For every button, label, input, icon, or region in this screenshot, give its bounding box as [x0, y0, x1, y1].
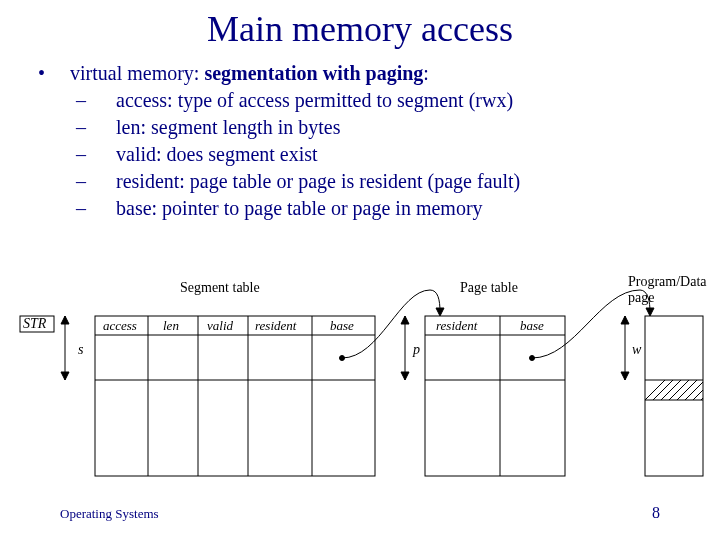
bullet-dot-icon: •: [54, 60, 70, 87]
svg-line-30: [648, 380, 673, 405]
bullet-list: •virtual memory: segmentation with pagin…: [0, 50, 720, 222]
svg-line-31: [656, 380, 681, 405]
svg-marker-2: [61, 316, 69, 324]
dash-icon: –: [96, 195, 116, 222]
term: resident: [116, 170, 179, 192]
desc: : type of access permitted to segment (r…: [167, 89, 513, 111]
svg-marker-14: [401, 316, 409, 324]
svg-line-35: [688, 380, 713, 405]
col-len: len: [163, 318, 179, 334]
term: len: [116, 116, 140, 138]
dash-icon: –: [96, 114, 116, 141]
dash-icon: –: [96, 168, 116, 195]
svg-line-33: [672, 380, 697, 405]
svg-rect-25: [645, 316, 703, 476]
svg-line-32: [664, 380, 689, 405]
svg-marker-3: [61, 372, 69, 380]
svg-line-34: [680, 380, 705, 405]
segment-table-title: Segment table: [180, 280, 260, 296]
svg-marker-23: [621, 316, 629, 324]
list-item: –access: type of access permitted to seg…: [40, 87, 720, 114]
term: base: [116, 197, 152, 219]
col-access: access: [103, 318, 137, 334]
term: valid: [116, 143, 156, 165]
bullet-main-tail: :: [423, 62, 429, 84]
bullet-main: •virtual memory: segmentation with pagin…: [40, 60, 720, 87]
footer-left: Operating Systems: [60, 506, 159, 522]
svg-rect-4: [95, 316, 375, 476]
svg-marker-24: [621, 372, 629, 380]
col-base: base: [330, 318, 354, 334]
svg-rect-16: [425, 316, 565, 476]
pg-col-base: base: [520, 318, 544, 334]
w-label: w: [632, 342, 641, 358]
list-item: –valid: does segment exist: [40, 141, 720, 168]
term: access: [116, 89, 167, 111]
diagram-svg: [0, 260, 720, 490]
bullet-main-bold: segmentation with paging: [204, 62, 423, 84]
page-title: Main memory access: [0, 0, 720, 50]
pg-col-resident: resident: [436, 318, 477, 334]
str-label: STR: [23, 316, 46, 332]
program-data-title: Program/Data page: [628, 274, 720, 306]
s-label: s: [78, 342, 83, 358]
footer-page-number: 8: [652, 504, 660, 522]
svg-marker-12: [436, 308, 444, 316]
p-label: p: [413, 342, 420, 358]
desc: : segment length in bytes: [140, 116, 340, 138]
svg-marker-15: [401, 372, 409, 380]
svg-line-29: [640, 380, 665, 405]
list-item: –base: pointer to page table or page in …: [40, 195, 720, 222]
desc: : does segment exist: [156, 143, 318, 165]
list-item: –len: segment length in bytes: [40, 114, 720, 141]
dash-icon: –: [96, 141, 116, 168]
diagram: STR Segment table Page table Program/Dat…: [0, 260, 720, 490]
svg-marker-21: [646, 308, 654, 316]
desc: : pointer to page table or page in memor…: [152, 197, 483, 219]
col-resident: resident: [255, 318, 296, 334]
dash-icon: –: [96, 87, 116, 114]
bullet-main-text: virtual memory:: [70, 62, 204, 84]
col-valid: valid: [207, 318, 233, 334]
svg-line-36: [696, 380, 720, 405]
desc: : page table or page is resident (page f…: [179, 170, 520, 192]
page-table-title: Page table: [460, 280, 518, 296]
list-item: –resident: page table or page is residen…: [40, 168, 720, 195]
